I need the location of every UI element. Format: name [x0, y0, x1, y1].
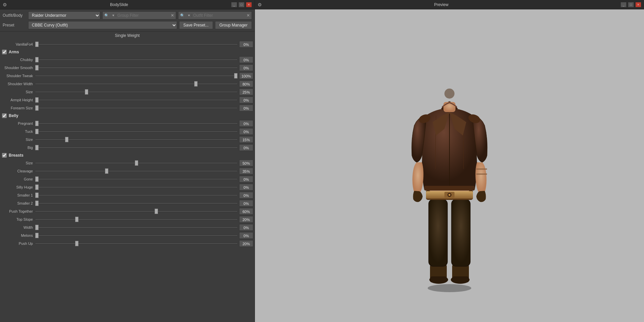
forearm-size-slider[interactable]: [35, 107, 238, 109]
size-breasts-slider[interactable]: [35, 162, 238, 164]
arms-checkbox[interactable]: [2, 50, 7, 54]
svg-point-0: [428, 284, 471, 292]
smaller1-slider[interactable]: [35, 195, 238, 196]
preview-title-bar: ⚙ Preview _ □ ✕: [255, 0, 644, 9]
vanillafo4-slider[interactable]: [35, 44, 238, 45]
breasts-checkbox[interactable]: [2, 153, 7, 158]
big-row: Big 0%: [0, 144, 255, 152]
group-filter-box: 🔍 ▼ ✕: [102, 11, 176, 19]
gone-slider[interactable]: [35, 178, 238, 180]
svg-rect-24: [424, 186, 475, 191]
outfit-dropdown[interactable]: Raider Underarmor: [28, 11, 100, 19]
left-maximize-btn[interactable]: □: [238, 2, 245, 7]
outfit-filter-dropdown-btn[interactable]: ▼: [186, 14, 192, 17]
left-close-btn[interactable]: ✕: [246, 2, 252, 7]
preview-app-icon: ⚙: [258, 2, 262, 7]
preset-dropdown[interactable]: CBBE Curvy (Outfit): [28, 21, 177, 29]
size-arms-value: 25%: [239, 89, 253, 95]
shoulder-smooth-row: Shoulder Smooth 0%: [0, 64, 255, 72]
arms-label: Arms: [9, 50, 19, 54]
shoulder-tweak-slider[interactable]: [35, 75, 238, 76]
big-label: Big: [1, 146, 35, 150]
chubby-slider[interactable]: [35, 59, 238, 60]
group-filter-dropdown-btn[interactable]: ▼: [111, 14, 116, 17]
breasts-label: Breasts: [9, 153, 23, 158]
group-filter-input[interactable]: [116, 13, 169, 18]
svg-rect-20: [443, 102, 455, 112]
save-preset-btn[interactable]: Save Preset...: [179, 21, 213, 29]
tuck-slider[interactable]: [35, 131, 238, 132]
sliders-area[interactable]: VanillaFo4 0% Arms Chubby 0% Shoulder Sm…: [0, 40, 255, 322]
top-slope-row: Top Slope 20%: [0, 215, 255, 223]
outfit-filter-box: 🔍 ▼ ✕: [178, 11, 252, 19]
character-3d: [392, 35, 506, 297]
armpit-height-value: 0%: [239, 97, 253, 103]
gone-value: 0%: [239, 176, 253, 182]
left-minimize-btn[interactable]: _: [231, 2, 237, 7]
size-belly-slider[interactable]: [35, 139, 238, 140]
preview-maximize-btn[interactable]: □: [628, 2, 634, 7]
armpit-height-slider[interactable]: [35, 99, 238, 101]
push-together-slider[interactable]: [35, 211, 238, 212]
big-slider[interactable]: [35, 147, 238, 148]
chubby-label: Chubby: [1, 58, 35, 62]
cleavage-value: 35%: [239, 168, 253, 174]
silly-huge-row: Silly Huge 0%: [0, 183, 255, 191]
top-slope-slider[interactable]: [35, 219, 238, 220]
push-up-slider[interactable]: [35, 243, 238, 244]
outfit-search-icon: 🔍: [178, 13, 186, 18]
size-arms-slider[interactable]: [35, 91, 238, 93]
cleavage-row: Cleavage 35%: [0, 167, 255, 175]
forearm-size-row: Forearm Size 0%: [0, 104, 255, 112]
width-breasts-label: Width: [1, 225, 35, 229]
smaller1-label: Smaller 1: [1, 193, 35, 197]
belly-checkbox[interactable]: [2, 113, 7, 118]
pregnant-row: Pregnant 0%: [0, 119, 255, 127]
push-up-value: 20%: [239, 240, 253, 247]
group-search-icon: 🔍: [103, 13, 111, 18]
preview-minimize-btn[interactable]: _: [621, 2, 627, 7]
svg-point-15: [448, 194, 450, 196]
melons-label: Melons: [1, 233, 35, 237]
arms-group-header: Arms: [0, 48, 255, 56]
preview-close-btn[interactable]: ✕: [635, 2, 641, 7]
smaller2-row: Smaller 2 0%: [0, 199, 255, 207]
left-title-bar: ⚙ BodySlide _ □ ✕: [0, 0, 255, 9]
group-filter-clear[interactable]: ✕: [169, 13, 176, 18]
size-breasts-value: 50%: [239, 160, 253, 166]
size-breasts-row: Size 50%: [0, 159, 255, 167]
smaller2-slider[interactable]: [35, 203, 238, 204]
armpit-height-label: Armpit Height: [1, 98, 35, 102]
push-together-row: Push Together 60%: [0, 207, 255, 215]
outfit-filter-input[interactable]: [192, 13, 245, 18]
group-manager-btn[interactable]: Group Manager: [215, 21, 252, 29]
shoulder-width-slider[interactable]: [35, 83, 238, 85]
outfit-filter-clear[interactable]: ✕: [245, 13, 252, 18]
left-window-controls: _ □ ✕: [231, 2, 252, 7]
top-slope-label: Top Slope: [1, 217, 35, 221]
smaller1-value: 0%: [239, 192, 253, 199]
cleavage-slider[interactable]: [35, 170, 238, 172]
vanillafo4-label: VanillaFo4: [1, 42, 35, 46]
big-value: 0%: [239, 144, 253, 151]
size-breasts-label: Size: [1, 161, 35, 165]
preset-label: Preset: [3, 23, 26, 28]
chubby-row: Chubby 0%: [0, 56, 255, 64]
shoulder-smooth-slider[interactable]: [35, 67, 238, 68]
gone-row: Gone 0%: [0, 175, 255, 183]
melons-slider[interactable]: [35, 235, 238, 236]
silly-huge-slider[interactable]: [35, 186, 238, 188]
forearm-size-value: 0%: [239, 105, 253, 111]
vanillafo4-row: VanillaFo4 0%: [0, 40, 255, 48]
pregnant-value: 0%: [239, 120, 253, 127]
shoulder-tweak-row: Shoulder Tweak 100%: [0, 72, 255, 80]
tuck-value: 0%: [239, 128, 253, 135]
silly-huge-label: Silly Huge: [1, 185, 35, 189]
smaller2-value: 0%: [239, 200, 253, 207]
size-arms-row: Size 25%: [0, 88, 255, 96]
svg-rect-7: [429, 199, 447, 266]
left-panel: ⚙ BodySlide _ □ ✕ Outfit/Body Raider Und…: [0, 0, 255, 322]
shoulder-width-value: 80%: [239, 80, 253, 87]
pregnant-slider[interactable]: [35, 123, 238, 124]
width-breasts-slider[interactable]: [35, 227, 238, 228]
